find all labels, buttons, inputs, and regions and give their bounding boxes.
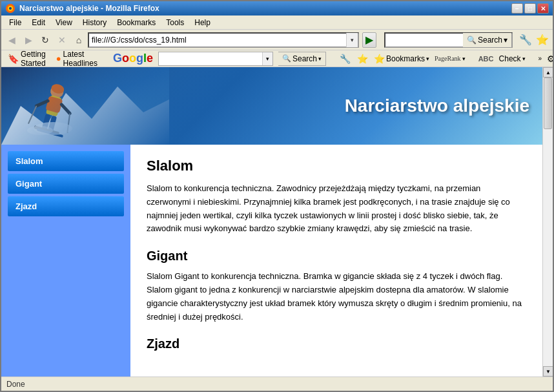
search-button[interactable]: 🔍 Search ▾ — [463, 33, 511, 47]
bookmarks-bar: 🔖 Getting Started ● Latest Headlines Goo… — [1, 50, 553, 67]
browser-window: Narciarstwo alpejskie - Mozilla Firefox … — [0, 0, 554, 392]
webpage[interactable]: Narciarstwo alpejskie Slalom Gigant Zjaz… — [1, 67, 542, 377]
stop-button[interactable]: ✕ — [54, 32, 70, 48]
vertical-scrollbar[interactable]: ▲ ▼ — [542, 67, 553, 377]
section3-title: Zjazd — [147, 336, 526, 351]
go-button[interactable]: ▶ — [362, 32, 376, 48]
getting-started-bookmark[interactable]: 🔖 Getting Started — [5, 48, 48, 69]
menu-bar: File Edit View History Bookmarks Tools H… — [1, 15, 553, 30]
address-bar[interactable] — [89, 36, 346, 45]
search-icon-google: 🔍 — [282, 54, 291, 63]
menu-bookmarks[interactable]: Bookmarks — [112, 17, 161, 28]
google-search-input[interactable] — [159, 54, 262, 63]
main-layout: Slalom Gigant Zjazd Slalom Slalom to kon… — [1, 145, 542, 377]
content-area: Narciarstwo alpejskie Slalom Gigant Zjaz… — [1, 67, 553, 377]
pagerank-chevron: ▾ — [462, 56, 466, 62]
bookmarks-icon: ⭐ — [374, 54, 385, 64]
toolbar-icon-3[interactable]: 🔧 — [339, 51, 351, 67]
settings-icon: ⚙ — [547, 54, 554, 64]
status-bar: Done — [1, 377, 553, 391]
latest-headlines-label: Latest Headlines — [63, 50, 97, 68]
section2-title: Gigant — [147, 249, 526, 263]
rss-icon: ● — [56, 54, 61, 63]
address-bar-container: ▾ — [88, 32, 359, 48]
latest-headlines-bookmark[interactable]: ● Latest Headlines — [54, 48, 100, 69]
google-search-button[interactable]: 🔍 Search ▾ — [278, 52, 326, 66]
reload-button[interactable]: ↻ — [37, 32, 53, 48]
toolbar-icon-4[interactable]: ⭐ — [356, 51, 369, 67]
bookmarks-button[interactable]: ⭐ Bookmarks ▾ — [374, 54, 429, 64]
menu-edit[interactable]: Edit — [26, 17, 50, 28]
search-section: 🔍 Search ▾ — [384, 32, 513, 48]
pagerank-logo: PageRank — [435, 55, 461, 62]
scroll-thumb[interactable] — [544, 77, 552, 129]
header-banner: Narciarstwo alpejskie — [1, 67, 542, 145]
check-button[interactable]: Check ▾ — [499, 54, 526, 63]
getting-started-label: Getting Started — [21, 50, 46, 68]
minimize-button[interactable]: − — [511, 3, 523, 14]
scroll-up-button[interactable]: ▲ — [543, 67, 553, 77]
abc-icon[interactable]: ABC — [478, 51, 494, 67]
bookmark-icon-1: 🔖 — [8, 54, 19, 64]
sidebar-item-slalom[interactable]: Slalom — [8, 151, 124, 171]
section1-title: Slalom — [147, 158, 526, 174]
address-dropdown[interactable]: ▾ — [346, 33, 358, 47]
title-bar: Narciarstwo alpejskie - Mozilla Firefox … — [1, 1, 553, 15]
close-button[interactable]: ✕ — [537, 3, 549, 14]
status-text: Done — [6, 380, 548, 389]
home-button[interactable]: ⌂ — [71, 32, 87, 48]
menu-help[interactable]: Help — [189, 17, 216, 28]
page-content: Slalom Slalom to konkurencja techniczna.… — [130, 145, 542, 377]
google-search-label: Search — [292, 54, 317, 63]
section1-body: Slalom to konkurencja techniczna. Zawodn… — [147, 182, 526, 236]
window-controls: − □ ✕ — [511, 3, 549, 14]
icon-btn-1[interactable]: 🔧 — [518, 32, 533, 48]
menu-file[interactable]: File — [4, 17, 26, 28]
scroll-track[interactable] — [543, 77, 553, 366]
google-logo: Google — [113, 52, 153, 65]
back-button[interactable]: ◀ — [4, 32, 19, 48]
search-icon: 🔍 — [467, 36, 477, 45]
scroll-down-button[interactable]: ▼ — [543, 366, 553, 377]
banner-title: Narciarstwo alpejskie — [345, 96, 529, 116]
search-dropdown-icon: ▾ — [504, 36, 508, 45]
google-search-dropdown[interactable]: ▾ — [262, 52, 272, 65]
google-search-box: ▾ — [158, 52, 273, 66]
bookmarks-label: Bookmarks — [386, 54, 425, 63]
check-label: Check — [499, 54, 521, 63]
scrollbar-area: Narciarstwo alpejskie Slalom Gigant Zjaz… — [1, 67, 553, 377]
window-title: Narciarstwo alpejskie - Mozilla Firefox — [19, 4, 511, 13]
sidebar-item-zjazd[interactable]: Zjazd — [8, 196, 124, 216]
bookmarks-chevron: ▾ — [426, 56, 429, 62]
forward-button[interactable]: ▶ — [21, 32, 36, 48]
section2-body: Slalom Gigant to konkurencja techniczna.… — [147, 270, 526, 324]
navigation-toolbar: ◀ ▶ ↻ ✕ ⌂ ▾ ▶ 🔍 Search ▾ 🔧 ⭐ — [1, 30, 553, 50]
settings-button[interactable]: ⚙ Settings ▾ — [547, 54, 554, 64]
svg-point-2 — [9, 7, 12, 10]
menu-tools[interactable]: Tools — [161, 17, 189, 28]
search-input[interactable] — [385, 36, 463, 45]
icon-btn-2[interactable]: ⭐ — [535, 32, 550, 48]
firefox-icon — [5, 3, 15, 14]
menu-view[interactable]: View — [50, 17, 77, 28]
google-search-chevron: ▾ — [318, 56, 322, 62]
sidebar-item-gigant[interactable]: Gigant — [8, 174, 124, 194]
pagerank-section[interactable]: PageRank ▾ — [435, 55, 466, 62]
sidebar: Slalom Gigant Zjazd — [1, 145, 130, 377]
menu-history[interactable]: History — [77, 17, 112, 28]
more-button[interactable]: » — [539, 55, 542, 62]
maximize-button[interactable]: □ — [524, 3, 536, 14]
check-chevron: ▾ — [522, 56, 526, 62]
search-label: Search — [478, 36, 502, 45]
webpage-inner: Narciarstwo alpejskie Slalom Gigant Zjaz… — [1, 67, 542, 377]
